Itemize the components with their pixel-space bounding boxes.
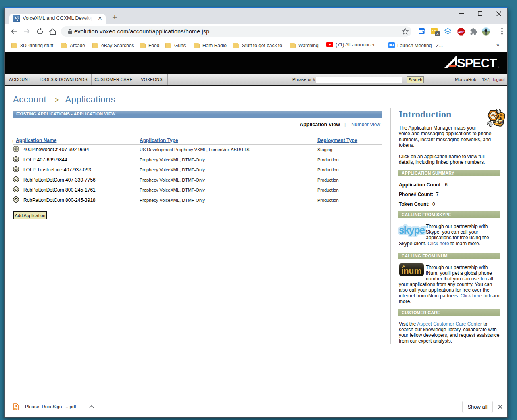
svg-text:SPECT: SPECT — [457, 56, 497, 69]
svg-text:G: G — [15, 404, 17, 407]
svg-text:3: 3 — [436, 31, 438, 36]
svg-text:skype: skype — [399, 224, 425, 236]
svg-text:ABP: ABP — [458, 30, 465, 34]
svg-text:PDF: PDF — [14, 407, 18, 410]
